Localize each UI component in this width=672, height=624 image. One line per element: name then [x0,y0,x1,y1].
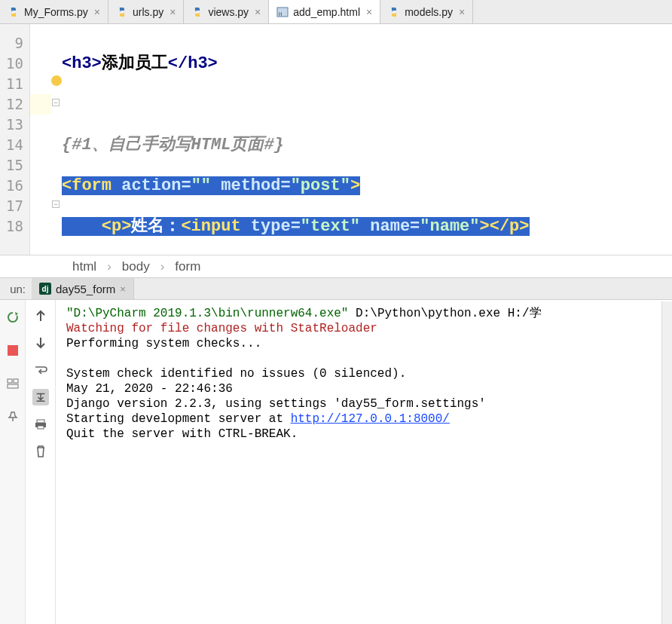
tab-label: add_emp.html [293,6,360,18]
svg-rect-4 [14,379,18,383]
gutter-highlight [30,24,51,255]
run-toolbar-right [26,300,56,624]
console-text: D:\Python\python.exe H:/学 [348,307,541,320]
code-token: 姓名： [131,217,181,236]
breadcrumb-item[interactable]: body [122,259,150,274]
svg-rect-3 [8,379,12,383]
console-output[interactable]: "D:\PyCharm 2019.1.3\bin\runnerw64.exe" … [56,300,672,624]
fold-column: − − [51,24,62,255]
python-file-icon [191,6,203,18]
down-arrow-button[interactable] [32,335,49,351]
chevron-right-icon: › [107,259,111,274]
breadcrumb-item[interactable]: form [175,259,200,274]
close-icon[interactable]: × [120,283,126,295]
django-icon: dj [39,283,51,295]
code-comment: {#1、自己手动写HTML页面#} [62,136,284,154]
fold-toggle-icon[interactable]: − [52,200,60,208]
tab-my-forms[interactable]: My_Forms.py × [0,0,108,23]
run-config-name: day55_form [56,283,115,295]
line-number-gutter: 9101112131415161718 [0,24,30,255]
scroll-to-end-button[interactable] [32,389,49,405]
svg-rect-5 [8,384,18,388]
run-panel-header: un: dj day55_form × [0,277,672,300]
tab-urls[interactable]: urls.py × [108,0,184,23]
code-editor[interactable]: 9101112131415161718 − − <h3>添加员工</h3> {#… [0,24,672,255]
server-url-link[interactable]: http://127.0.0.1:8000/ [291,412,450,426]
run-label: un: [0,283,32,295]
python-file-icon [116,6,128,18]
console-text: May 21, 2020 - 22:46:36 [66,382,233,396]
intention-bulb-icon[interactable] [51,75,62,86]
close-icon[interactable]: × [93,6,102,18]
pin-button[interactable] [5,408,21,425]
tab-label: urls.py [133,6,163,18]
breadcrumb: html › body › form [0,255,672,277]
close-icon[interactable]: × [365,6,374,18]
trash-button[interactable] [32,443,49,460]
svg-rect-6 [37,420,44,423]
python-file-icon [8,6,20,18]
console-text: "D:\PyCharm 2019.1.3\bin\runnerw64.exe" [66,307,348,320]
svg-rect-8 [38,426,44,429]
code-text[interactable]: <h3>添加员工</h3> {#1、自己手动写HTML页面#} <form ac… [62,24,672,255]
rerun-button[interactable] [5,309,21,326]
html-file-icon: H [276,6,289,18]
tab-label: views.py [208,6,249,18]
console-text: System check identified no issues (0 sil… [66,367,406,381]
code-token: </h3> [168,54,218,73]
code-token: <h3> [62,54,102,73]
breadcrumb-item[interactable]: html [72,259,96,274]
fold-toggle-icon[interactable]: − [52,99,60,106]
run-config-tab[interactable]: dj day55_form × [32,278,134,299]
svg-text:H: H [279,11,282,17]
console-text: Watching for file changes with StatReloa… [66,322,377,335]
console-text: Performing system checks... [66,337,261,350]
soft-wrap-button[interactable] [32,362,49,378]
close-icon[interactable]: × [168,6,177,18]
close-icon[interactable]: × [253,6,262,18]
run-toolbar-left [0,300,26,624]
python-file-icon [388,6,400,18]
print-button[interactable] [32,416,49,433]
tab-views[interactable]: views.py × [184,0,269,23]
chevron-right-icon: › [160,259,165,274]
up-arrow-button[interactable] [32,307,49,324]
console-text: Starting development server at [66,412,291,426]
vertical-scrollbar[interactable] [661,301,672,624]
tab-label: models.py [405,6,453,18]
console-text: Django version 2.2.3, using settings 'da… [66,397,486,411]
stop-button[interactable] [5,342,21,359]
layout-button[interactable] [5,375,21,392]
console-text: Quit the server with CTRL-BREAK. [66,427,298,441]
code-token: 添加员工 [102,54,168,73]
tab-add-emp[interactable]: H add_emp.html × [269,0,380,23]
tab-models[interactable]: models.py × [380,0,473,23]
tab-label: My_Forms.py [24,6,88,18]
close-icon[interactable]: × [457,6,466,18]
editor-tab-bar: My_Forms.py × urls.py × views.py × H add… [0,0,672,24]
